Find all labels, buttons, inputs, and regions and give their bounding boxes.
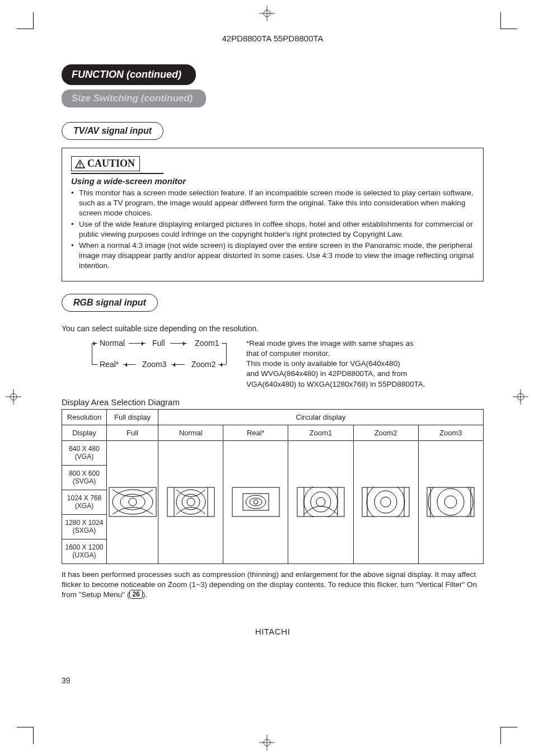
header-models: 42PD8800TA 55PD8800TA xyxy=(62,34,484,43)
page-content: 42PD8800TA 55PD8800TA FUNCTION (continue… xyxy=(62,34,484,636)
underline xyxy=(71,173,163,174)
res-row: 1280 X 1024 (SXGA) xyxy=(62,514,107,539)
th-normal: Normal xyxy=(158,425,223,440)
caution-heading: Using a wide-screen monitor xyxy=(71,176,474,186)
cell-zoom1 xyxy=(288,440,353,564)
cell-normal xyxy=(158,440,223,564)
display-area-table: Resolution Full display Circular display… xyxy=(62,409,484,564)
svg-point-27 xyxy=(246,495,266,509)
svg-point-41 xyxy=(381,497,391,507)
crop-mark xyxy=(500,727,517,744)
arrow-icon xyxy=(218,364,226,365)
arrow-icon xyxy=(129,343,146,344)
section-size-switching: Size Switching (continued) xyxy=(62,90,206,107)
cell-zoom3 xyxy=(418,440,483,564)
line xyxy=(92,343,92,364)
caution-word: CAUTION xyxy=(87,158,135,170)
mode-zoom2: Zoom2 xyxy=(191,360,216,369)
svg-point-29 xyxy=(254,500,258,504)
section-rgb-input: RGB signal input xyxy=(62,294,158,312)
svg-rect-25 xyxy=(232,487,279,516)
cell-real xyxy=(223,440,288,564)
res-row: 640 X 480 (VGA) xyxy=(62,440,107,465)
line xyxy=(226,343,227,364)
section-tvav-input: TV/AV signal input xyxy=(62,122,163,140)
arrow-icon xyxy=(92,343,97,344)
th-display: Display xyxy=(62,425,107,440)
crop-mark xyxy=(500,12,517,29)
diagram-title: Display Area Selection Diagram xyxy=(62,397,484,407)
line xyxy=(92,364,97,365)
mode-normal: Normal xyxy=(100,339,125,348)
crop-mark xyxy=(17,12,34,29)
bullet-dot-icon: • xyxy=(71,219,76,240)
caution-label: CAUTION xyxy=(71,156,140,171)
registration-mark-icon xyxy=(6,389,21,405)
footnote: It has been performed processes such as … xyxy=(62,570,484,600)
svg-point-14 xyxy=(79,166,81,167)
svg-rect-26 xyxy=(243,494,269,510)
th-zoom3: Zoom3 xyxy=(418,425,483,440)
res-row: 1024 X 768 (XGA) xyxy=(62,490,107,514)
svg-point-45 xyxy=(428,487,473,517)
line xyxy=(222,343,226,344)
svg-point-46 xyxy=(437,489,464,515)
arrow-icon xyxy=(170,343,187,344)
crop-mark xyxy=(17,727,34,744)
caution-bullet: This monitor has a screen mode selection… xyxy=(79,188,474,218)
caution-box: CAUTION Using a wide-screen monitor •Thi… xyxy=(62,148,484,281)
caution-bullets: •This monitor has a screen mode selectio… xyxy=(71,188,474,271)
th-full: Full xyxy=(107,425,158,440)
th-circular-display: Circular display xyxy=(158,409,484,425)
arrow-icon xyxy=(171,364,185,365)
real-mode-note: *Real mode gives the image with same sha… xyxy=(246,339,425,389)
note-line: This mode is only available for VGA(640x… xyxy=(246,359,425,369)
svg-point-39 xyxy=(367,487,405,517)
registration-mark-icon xyxy=(259,6,275,21)
brand-label: HITACHI xyxy=(62,627,484,636)
mode-full: Full xyxy=(152,339,165,348)
th-real: Real* xyxy=(223,425,288,440)
registration-mark-icon xyxy=(513,389,528,405)
mode-zoom3: Zoom3 xyxy=(142,360,167,369)
caution-bullet: When a normal 4:3 image (not wide screen… xyxy=(79,241,474,271)
footnote-text-2: ). xyxy=(143,590,147,599)
svg-rect-42 xyxy=(427,487,474,516)
th-zoom1: Zoom1 xyxy=(288,425,353,440)
res-row: 1600 X 1200 (UXGA) xyxy=(62,539,107,564)
mode-real: Real* xyxy=(100,360,119,369)
mode-zoom1: Zoom1 xyxy=(195,339,219,348)
note-line: that of computer monitor. xyxy=(246,349,425,359)
bullet-dot-icon: • xyxy=(71,241,76,271)
mode-cycle-row: Normal Full Zoom1 Real* Zoom3 Zoom2 *Rea… xyxy=(84,339,484,389)
note-line: and WVGA(864x480) in 42PD8800TA, and fro… xyxy=(246,369,425,379)
note-line: *Real mode gives the image with same sha… xyxy=(246,339,425,349)
svg-point-47 xyxy=(444,496,457,508)
res-row: 800 X 600 (SVGA) xyxy=(62,465,107,490)
cell-full xyxy=(107,440,158,564)
svg-point-33 xyxy=(304,487,338,517)
svg-point-40 xyxy=(374,491,397,513)
bullet-dot-icon: • xyxy=(71,188,76,218)
th-resolution: Resolution xyxy=(62,409,107,425)
registration-mark-icon xyxy=(259,735,275,750)
mode-cycle-diagram: Normal Full Zoom1 Real* Zoom3 Zoom2 xyxy=(84,339,229,371)
page-ref: 26 xyxy=(129,590,142,599)
svg-point-35 xyxy=(316,497,325,506)
warning-icon xyxy=(75,159,85,168)
caution-bullet: Use of the wide feature displaying enlar… xyxy=(79,219,474,240)
svg-point-28 xyxy=(250,498,262,506)
cell-zoom2 xyxy=(353,440,418,564)
th-zoom2: Zoom2 xyxy=(353,425,418,440)
svg-rect-36 xyxy=(362,487,409,516)
svg-point-24 xyxy=(187,498,195,506)
svg-point-18 xyxy=(129,498,137,506)
svg-rect-19 xyxy=(167,487,214,516)
footnote-text: It has been performed processes such as … xyxy=(62,570,477,599)
page-number: 39 xyxy=(62,676,71,685)
note-line: VGA(640x480) to WXGA(1280x768) in 55PD88… xyxy=(246,379,425,389)
th-full-display: Full display xyxy=(107,409,158,425)
rgb-intro: You can select suitable size depending o… xyxy=(62,324,484,333)
arrow-icon xyxy=(123,364,135,365)
svg-point-34 xyxy=(311,492,331,512)
